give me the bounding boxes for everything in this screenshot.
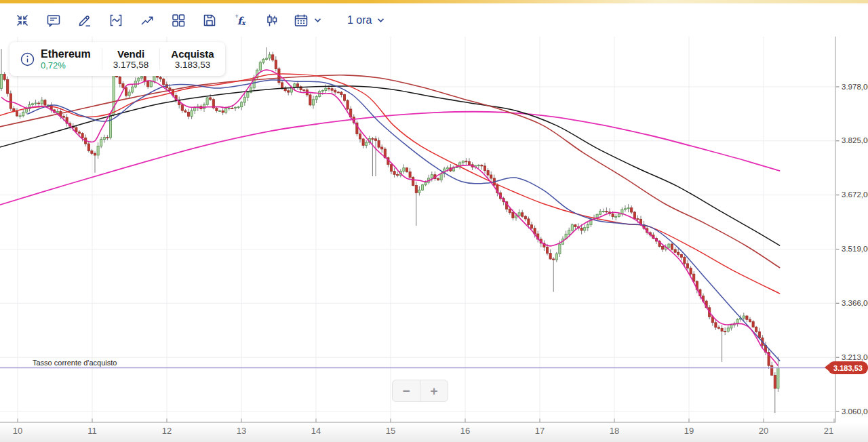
- chevron-down-icon: [314, 18, 321, 23]
- trend-line-icon: [139, 12, 155, 28]
- y-axis-label: 3.519,00: [842, 245, 868, 253]
- info-icon[interactable]: [20, 52, 35, 66]
- instrument-name: Ethereum: [41, 48, 91, 60]
- timeframe-label: 1 ora: [347, 14, 372, 26]
- x-axis-label: 10: [7, 426, 28, 436]
- x-axis-label: 15: [380, 426, 401, 436]
- timeframe-dropdown[interactable]: 1 ora: [343, 14, 389, 27]
- y-axis-label: 3.060,00: [842, 407, 868, 416]
- notes-icon: [45, 12, 62, 28]
- date-range-dropdown[interactable]: [292, 9, 323, 32]
- x-axis-label: 19: [679, 426, 699, 436]
- x-axis-label: 16: [455, 426, 475, 436]
- sell-label: Vendi: [113, 48, 149, 60]
- function-icon: + f x: [233, 12, 249, 28]
- buy-quote-button[interactable]: Acquista 3.183,53: [160, 48, 224, 71]
- draw-icon: [77, 12, 93, 28]
- chart-type-icon: [264, 12, 280, 28]
- x-axis-label: 18: [604, 426, 625, 436]
- date-range-icon: [293, 12, 309, 28]
- change-percent: 0,72%: [41, 60, 91, 71]
- function-button[interactable]: + f x: [229, 9, 252, 32]
- zoom-out-button[interactable]: −: [392, 380, 420, 402]
- zoom-in-button[interactable]: +: [420, 380, 448, 402]
- x-axis-label: 14: [306, 426, 326, 436]
- x-axis-label: 11: [82, 426, 102, 436]
- buy-label: Acquista: [171, 48, 214, 60]
- notes-button[interactable]: [42, 9, 65, 32]
- x-axis-label: 21: [818, 426, 839, 436]
- trend-line-button[interactable]: [136, 9, 159, 32]
- y-axis-label: 3.366,00: [842, 299, 868, 307]
- x-axis-label: 20: [753, 426, 774, 436]
- layout-button[interactable]: [167, 9, 190, 32]
- y-axis-label: 3.672,00: [842, 190, 868, 199]
- x-axis-label: 13: [231, 426, 252, 436]
- chevron-down-icon: [377, 18, 384, 23]
- indicators-button[interactable]: [104, 9, 127, 32]
- save-icon: [201, 12, 218, 28]
- current-price-value: 3.183,53: [833, 364, 863, 372]
- buy-price: 3.183,53: [171, 60, 214, 71]
- layout-icon: [170, 12, 186, 28]
- draw-button[interactable]: [73, 9, 96, 32]
- save-button[interactable]: [198, 9, 221, 32]
- sell-quote-button[interactable]: Vendi 3.175,58: [102, 48, 160, 71]
- exit-fullscreen-button[interactable]: [11, 9, 34, 32]
- svg-text:x: x: [241, 19, 246, 26]
- current-price-tag: 3.183,53: [828, 361, 868, 374]
- y-axis-label: 3.825,00: [842, 136, 868, 144]
- sell-price: 3.175,58: [113, 60, 149, 71]
- chart-type-button[interactable]: [260, 9, 283, 32]
- y-axis-label: 3.213,00: [842, 353, 868, 361]
- instrument-card: Ethereum 0,72% Vendi 3.175,58 Acquista 3…: [9, 42, 225, 76]
- zoom-controls: − +: [392, 380, 448, 402]
- x-axis-label: 12: [157, 426, 177, 436]
- indicators-icon: [108, 12, 124, 28]
- current-rate-label: Tasso corrente d'acquisto: [33, 359, 117, 367]
- exit-fullscreen-icon: [14, 12, 31, 28]
- chart-toolbar: + f x 1 ora: [0, 3, 868, 37]
- x-axis-label: 17: [530, 426, 550, 436]
- y-axis-label: 3.978,00: [842, 83, 868, 91]
- instrument-info: Ethereum 0,72%: [9, 48, 102, 71]
